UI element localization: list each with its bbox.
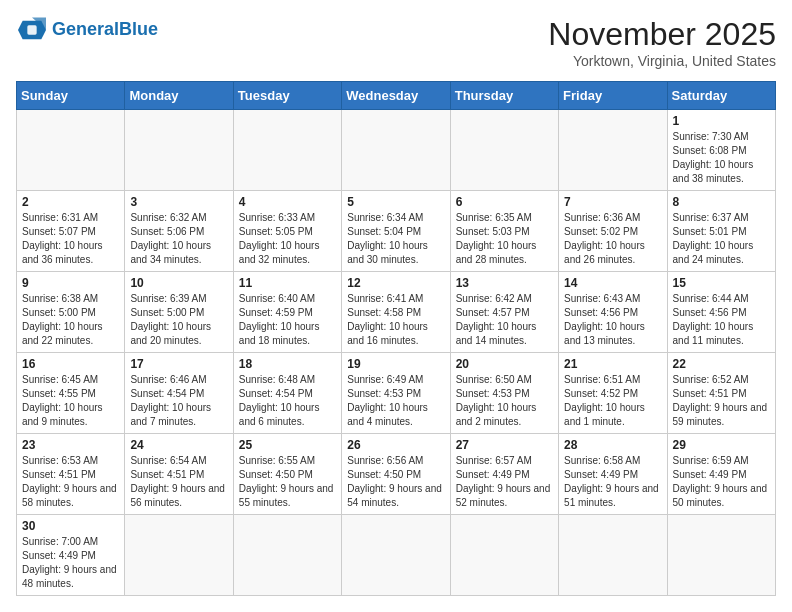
day-info: Sunrise: 6:58 AM Sunset: 4:49 PM Dayligh… [564,454,661,510]
weekday-header-tuesday: Tuesday [233,82,341,110]
weekday-header-wednesday: Wednesday [342,82,450,110]
calendar-cell: 6Sunrise: 6:35 AM Sunset: 5:03 PM Daylig… [450,191,558,272]
calendar-cell [559,515,667,596]
day-info: Sunrise: 6:34 AM Sunset: 5:04 PM Dayligh… [347,211,444,267]
logo: GeneralBlue [16,16,158,44]
weekday-header-thursday: Thursday [450,82,558,110]
day-number: 24 [130,438,227,452]
day-number: 15 [673,276,770,290]
calendar-table: SundayMondayTuesdayWednesdayThursdayFrid… [16,81,776,596]
day-number: 3 [130,195,227,209]
day-number: 13 [456,276,553,290]
day-number: 16 [22,357,119,371]
svg-rect-2 [27,25,36,34]
day-info: Sunrise: 6:42 AM Sunset: 4:57 PM Dayligh… [456,292,553,348]
day-info: Sunrise: 6:57 AM Sunset: 4:49 PM Dayligh… [456,454,553,510]
day-number: 8 [673,195,770,209]
day-info: Sunrise: 6:33 AM Sunset: 5:05 PM Dayligh… [239,211,336,267]
day-info: Sunrise: 6:59 AM Sunset: 4:49 PM Dayligh… [673,454,770,510]
day-number: 12 [347,276,444,290]
day-number: 23 [22,438,119,452]
weekday-header-saturday: Saturday [667,82,775,110]
calendar-cell [125,515,233,596]
calendar-cell: 26Sunrise: 6:56 AM Sunset: 4:50 PM Dayli… [342,434,450,515]
calendar-cell: 17Sunrise: 6:46 AM Sunset: 4:54 PM Dayli… [125,353,233,434]
calendar-cell: 21Sunrise: 6:51 AM Sunset: 4:52 PM Dayli… [559,353,667,434]
day-number: 19 [347,357,444,371]
calendar-cell: 22Sunrise: 6:52 AM Sunset: 4:51 PM Dayli… [667,353,775,434]
day-number: 27 [456,438,553,452]
day-number: 14 [564,276,661,290]
calendar-cell: 27Sunrise: 6:57 AM Sunset: 4:49 PM Dayli… [450,434,558,515]
day-info: Sunrise: 6:55 AM Sunset: 4:50 PM Dayligh… [239,454,336,510]
day-info: Sunrise: 7:00 AM Sunset: 4:49 PM Dayligh… [22,535,119,591]
calendar-cell: 2Sunrise: 6:31 AM Sunset: 5:07 PM Daylig… [17,191,125,272]
day-number: 17 [130,357,227,371]
day-info: Sunrise: 6:48 AM Sunset: 4:54 PM Dayligh… [239,373,336,429]
day-info: Sunrise: 6:41 AM Sunset: 4:58 PM Dayligh… [347,292,444,348]
page-header: GeneralBlue November 2025 Yorktown, Virg… [16,16,776,69]
logo-icon [16,16,48,44]
weekday-header-row: SundayMondayTuesdayWednesdayThursdayFrid… [17,82,776,110]
calendar-cell: 4Sunrise: 6:33 AM Sunset: 5:05 PM Daylig… [233,191,341,272]
calendar-cell: 14Sunrise: 6:43 AM Sunset: 4:56 PM Dayli… [559,272,667,353]
day-number: 28 [564,438,661,452]
calendar-cell [667,515,775,596]
day-number: 25 [239,438,336,452]
day-info: Sunrise: 7:30 AM Sunset: 6:08 PM Dayligh… [673,130,770,186]
day-number: 21 [564,357,661,371]
calendar-cell [559,110,667,191]
calendar-week-row: 9Sunrise: 6:38 AM Sunset: 5:00 PM Daylig… [17,272,776,353]
calendar-cell: 8Sunrise: 6:37 AM Sunset: 5:01 PM Daylig… [667,191,775,272]
day-info: Sunrise: 6:45 AM Sunset: 4:55 PM Dayligh… [22,373,119,429]
day-info: Sunrise: 6:51 AM Sunset: 4:52 PM Dayligh… [564,373,661,429]
calendar-cell: 13Sunrise: 6:42 AM Sunset: 4:57 PM Dayli… [450,272,558,353]
day-info: Sunrise: 6:46 AM Sunset: 4:54 PM Dayligh… [130,373,227,429]
day-info: Sunrise: 6:40 AM Sunset: 4:59 PM Dayligh… [239,292,336,348]
day-info: Sunrise: 6:31 AM Sunset: 5:07 PM Dayligh… [22,211,119,267]
day-number: 6 [456,195,553,209]
calendar-cell: 1Sunrise: 7:30 AM Sunset: 6:08 PM Daylig… [667,110,775,191]
day-number: 22 [673,357,770,371]
calendar-cell: 3Sunrise: 6:32 AM Sunset: 5:06 PM Daylig… [125,191,233,272]
calendar-week-row: 30Sunrise: 7:00 AM Sunset: 4:49 PM Dayli… [17,515,776,596]
day-number: 7 [564,195,661,209]
weekday-header-monday: Monday [125,82,233,110]
calendar-cell: 18Sunrise: 6:48 AM Sunset: 4:54 PM Dayli… [233,353,341,434]
calendar-cell: 23Sunrise: 6:53 AM Sunset: 4:51 PM Dayli… [17,434,125,515]
day-number: 9 [22,276,119,290]
calendar-cell: 16Sunrise: 6:45 AM Sunset: 4:55 PM Dayli… [17,353,125,434]
day-info: Sunrise: 6:56 AM Sunset: 4:50 PM Dayligh… [347,454,444,510]
calendar-cell [17,110,125,191]
day-number: 30 [22,519,119,533]
day-info: Sunrise: 6:36 AM Sunset: 5:02 PM Dayligh… [564,211,661,267]
day-number: 29 [673,438,770,452]
calendar-cell: 10Sunrise: 6:39 AM Sunset: 5:00 PM Dayli… [125,272,233,353]
calendar-cell [125,110,233,191]
weekday-header-sunday: Sunday [17,82,125,110]
day-info: Sunrise: 6:43 AM Sunset: 4:56 PM Dayligh… [564,292,661,348]
day-info: Sunrise: 6:50 AM Sunset: 4:53 PM Dayligh… [456,373,553,429]
day-number: 1 [673,114,770,128]
logo-text: GeneralBlue [52,20,158,40]
day-info: Sunrise: 6:44 AM Sunset: 4:56 PM Dayligh… [673,292,770,348]
day-info: Sunrise: 6:39 AM Sunset: 5:00 PM Dayligh… [130,292,227,348]
location-title: Yorktown, Virginia, United States [548,53,776,69]
day-info: Sunrise: 6:54 AM Sunset: 4:51 PM Dayligh… [130,454,227,510]
day-number: 26 [347,438,444,452]
calendar-cell: 29Sunrise: 6:59 AM Sunset: 4:49 PM Dayli… [667,434,775,515]
calendar-cell: 7Sunrise: 6:36 AM Sunset: 5:02 PM Daylig… [559,191,667,272]
calendar-cell [233,110,341,191]
month-title: November 2025 [548,16,776,53]
calendar-week-row: 1Sunrise: 7:30 AM Sunset: 6:08 PM Daylig… [17,110,776,191]
day-number: 4 [239,195,336,209]
day-number: 18 [239,357,336,371]
calendar-week-row: 23Sunrise: 6:53 AM Sunset: 4:51 PM Dayli… [17,434,776,515]
calendar-cell: 11Sunrise: 6:40 AM Sunset: 4:59 PM Dayli… [233,272,341,353]
day-number: 10 [130,276,227,290]
title-block: November 2025 Yorktown, Virginia, United… [548,16,776,69]
day-info: Sunrise: 6:35 AM Sunset: 5:03 PM Dayligh… [456,211,553,267]
calendar-cell: 30Sunrise: 7:00 AM Sunset: 4:49 PM Dayli… [17,515,125,596]
calendar-cell [233,515,341,596]
calendar-cell: 5Sunrise: 6:34 AM Sunset: 5:04 PM Daylig… [342,191,450,272]
